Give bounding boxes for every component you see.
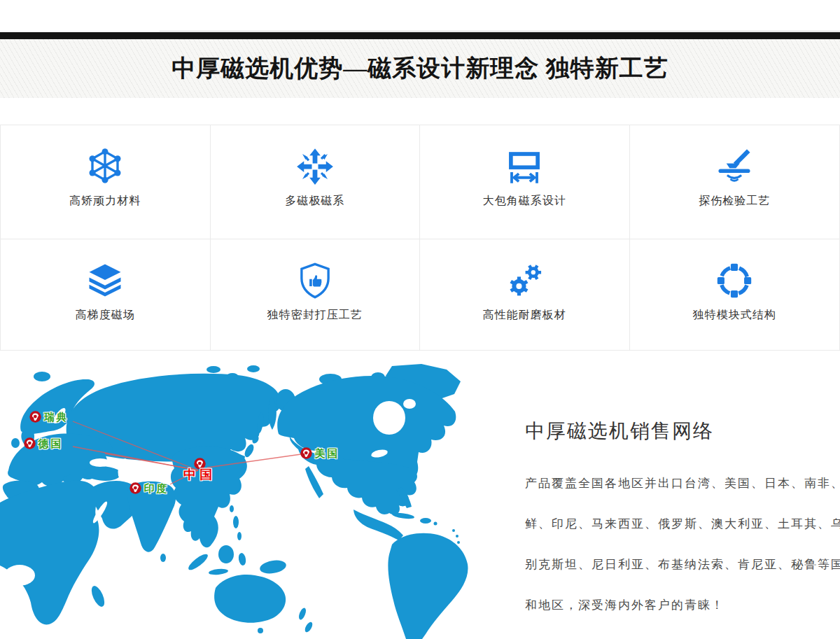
map-marker-india: 印度 [130, 482, 141, 494]
feature-label: 独特密封打压工艺 [267, 308, 363, 323]
feature-cell-lattice-cube: 高矫顽力材料 [1, 125, 211, 239]
section-divider-line [160, 31, 840, 31]
feature-label: 多磁极磁系 [285, 194, 344, 209]
feature-label: 大包角磁系设计 [483, 194, 566, 209]
sales-paragraph-line-4: 和地区，深受海内外客户的青睐！ [525, 585, 840, 626]
country-label: 美国 [315, 447, 340, 459]
feature-cell-layers: 高梯度磁场 [1, 239, 211, 350]
lattice-cube-icon [86, 148, 124, 185]
company-logo-pin-icon [29, 411, 41, 423]
top-divider-bar [0, 32, 840, 39]
sales-world-map: 瑞典 德国 印度 中国 美国 [0, 364, 532, 639]
sales-network-heading: 中厚磁选机销售网络 [525, 418, 714, 444]
feature-cell-flaw-probe: 探伤检验工艺 [630, 125, 840, 239]
feature-label: 高矫顽力材料 [69, 194, 141, 209]
features-grid: 高矫顽力材料 多磁极磁系 大包角磁系设计 探伤检验工艺 高梯度磁场 独特密封打压… [0, 125, 840, 351]
feature-label: 高性能耐磨板材 [483, 308, 566, 323]
page-title: 中厚磁选机优势—磁系设计新理念 独特新工艺 [172, 52, 668, 85]
sales-paragraph-line-2: 鲜、印尼、马来西亚、俄罗斯、澳大利亚、土耳其、乌兹 [525, 504, 840, 545]
feature-cell-dual-gears: 高性能耐磨板材 [420, 239, 630, 350]
world-map-graphic [0, 364, 532, 639]
modular-ring-icon [715, 262, 753, 300]
sales-network-paragraph: 产品覆盖全国各地区并出口台湾、美国、日本、南非、朝鲜、印尼、马来西亚、俄罗斯、澳… [525, 463, 840, 626]
country-label: 瑞典 [44, 411, 69, 423]
feature-cell-multi-arrows: 多磁极磁系 [211, 125, 421, 239]
country-label: 德国 [38, 437, 64, 449]
company-logo-pin-icon [130, 482, 141, 494]
feature-cell-wide-wrap: 大包角磁系设计 [420, 125, 630, 239]
dual-gears-icon [505, 262, 543, 300]
country-label: 中国 [183, 469, 216, 481]
country-label: 印度 [144, 482, 169, 494]
feature-label: 探伤检验工艺 [699, 194, 770, 209]
multi-arrows-icon [296, 148, 334, 185]
feature-label: 独特模块式结构 [693, 308, 776, 323]
company-logo-pin-icon [24, 437, 36, 449]
flaw-probe-icon [715, 148, 753, 185]
feature-cell-modular-ring: 独特模块式结构 [630, 239, 840, 350]
sales-paragraph-line-3: 别克斯坦、尼日利亚、布基纳法索、肯尼亚、秘鲁等国家 [525, 545, 840, 585]
hero-banner: 中厚磁选机优势—磁系设计新理念 独特新工艺 [0, 39, 840, 98]
map-marker-sweden: 瑞典 [29, 411, 41, 423]
company-logo-pin-icon [300, 447, 312, 459]
layers-icon [86, 262, 124, 300]
map-marker-germany: 德国 [24, 437, 36, 449]
map-marker-china: 中国 [194, 458, 206, 470]
feature-label: 高梯度磁场 [76, 308, 135, 323]
feature-cell-shield-thumb: 独特密封打压工艺 [211, 239, 421, 350]
wide-wrap-icon [505, 148, 543, 185]
map-marker-usa: 美国 [300, 447, 312, 459]
shield-thumb-icon [296, 262, 334, 300]
sales-paragraph-line-1: 产品覆盖全国各地区并出口台湾、美国、日本、南非、朝 [525, 463, 840, 504]
